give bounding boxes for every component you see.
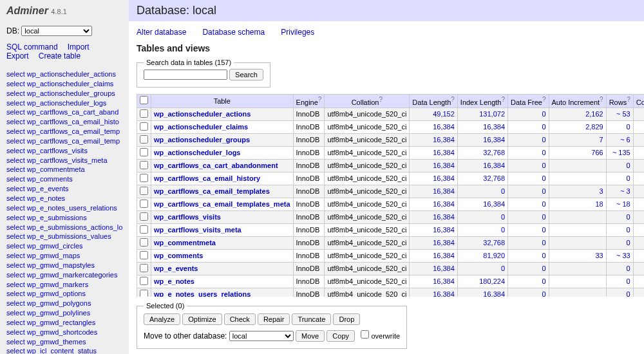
privileges-link[interactable]: Privileges: [281, 28, 314, 37]
move-db-select[interactable]: local: [229, 331, 294, 341]
col-comment[interactable]: Comment?: [633, 95, 644, 108]
col-table[interactable]: Table: [151, 95, 294, 108]
row-checkbox[interactable]: [140, 122, 148, 131]
overwrite-checkbox[interactable]: [361, 330, 369, 339]
drop-button[interactable]: Drop: [333, 313, 360, 325]
select-all-checkbox[interactable]: [140, 96, 148, 104]
sidebar-item[interactable]: select wp_e_notes: [6, 194, 122, 203]
row-checkbox[interactable]: [140, 277, 148, 285]
copy-button[interactable]: Copy: [327, 330, 355, 342]
col-rows[interactable]: Rows?: [606, 95, 633, 108]
sidebar-item[interactable]: select wp_gmwd_markers: [6, 280, 122, 290]
search-input[interactable]: [144, 70, 227, 80]
sidebar-item[interactable]: select wp_actionscheduler_logs: [6, 98, 122, 108]
page-title: Database: local: [129, 0, 644, 21]
col-index-length[interactable]: Index Length?: [457, 95, 507, 108]
sidebar-item[interactable]: select wp_gmwd_options: [6, 289, 122, 299]
sidebar-item[interactable]: select wp_icl_content_status: [6, 346, 122, 354]
sidebar-item[interactable]: select wp_e_notes_users_relations: [6, 203, 122, 213]
table-link[interactable]: wp_cartflows_visits_meta: [154, 226, 242, 234]
table-link[interactable]: wp_cartflows_ca_cart_abandonment: [154, 162, 278, 169]
repair-button[interactable]: Repair: [258, 313, 290, 325]
truncate-button[interactable]: Truncate: [292, 313, 331, 325]
sidebar-item[interactable]: select wp_gmwd_mapstyles: [6, 261, 122, 270]
row-checkbox[interactable]: [140, 174, 148, 182]
optimize-button[interactable]: Optimize: [182, 313, 222, 325]
create-table-link[interactable]: Create table: [39, 51, 80, 61]
row-checkbox[interactable]: [140, 264, 148, 272]
col-engine[interactable]: Engine?: [293, 95, 325, 108]
row-checkbox[interactable]: [140, 212, 148, 221]
table-row: wp_e_notes_users_relations InnoDB utf8mb…: [137, 288, 645, 297]
col-auto-increment[interactable]: Auto Increment?: [549, 95, 606, 108]
sidebar-item[interactable]: select wp_actionscheduler_actions: [6, 70, 122, 79]
db-select[interactable]: local: [21, 26, 92, 36]
table-link[interactable]: wp_e_notes: [154, 277, 194, 285]
row-checkbox[interactable]: [140, 161, 148, 169]
row-checkbox[interactable]: [140, 187, 148, 195]
table-link[interactable]: wp_actionscheduler_claims: [154, 123, 248, 131]
row-checkbox[interactable]: [140, 135, 148, 144]
sidebar-item[interactable]: select wp_gmwd_polygons: [6, 299, 122, 308]
sidebar-item[interactable]: select wp_gmwd_polylines: [6, 308, 122, 318]
export-link[interactable]: Export: [6, 51, 29, 61]
sidebar-item[interactable]: select wp_e_submissions: [6, 213, 122, 223]
sidebar-item[interactable]: select wp_gmwd_rectangles: [6, 318, 122, 328]
sidebar-item[interactable]: select wp_gmwd_themes: [6, 337, 122, 347]
row-checkbox[interactable]: [140, 109, 148, 118]
row-checkbox[interactable]: [140, 251, 148, 259]
sql-command-link[interactable]: SQL command: [6, 42, 58, 51]
col-data-length[interactable]: Data Length?: [410, 95, 458, 108]
schema-link[interactable]: Database schema: [202, 28, 265, 37]
table-link[interactable]: wp_commentmeta: [154, 239, 216, 247]
table-row: wp_cartflows_visits InnoDB utf8mb4_unico…: [137, 210, 645, 223]
sidebar-item[interactable]: select wp_cartflows_ca_email_histo: [6, 117, 122, 127]
table-row: wp_actionscheduler_groups InnoDB utf8mb4…: [137, 133, 645, 146]
analyze-button[interactable]: Analyze: [144, 313, 180, 325]
sidebar-item[interactable]: select wp_cartflows_visits: [6, 146, 122, 156]
table-link[interactable]: wp_e_events: [154, 265, 198, 272]
row-checkbox[interactable]: [140, 238, 148, 247]
row-checkbox[interactable]: [140, 225, 148, 234]
table-row: wp_e_events InnoDB utf8mb4_unicode_520_c…: [137, 262, 645, 275]
table-link[interactable]: wp_cartflows_ca_email_templates_meta: [154, 200, 290, 208]
sidebar-item[interactable]: select wp_cartflows_visits_meta: [6, 156, 122, 165]
check-button[interactable]: Check: [224, 313, 256, 325]
selected-legend: Selected (0): [144, 302, 187, 310]
import-link[interactable]: Import: [68, 42, 90, 51]
table-link[interactable]: wp_cartflows_ca_email_templates: [154, 187, 270, 195]
sidebar-item[interactable]: select wp_e_events: [6, 184, 122, 194]
search-button[interactable]: Search: [229, 69, 263, 80]
sidebar-item[interactable]: select wp_actionscheduler_groups: [6, 89, 122, 98]
row-checkbox[interactable]: [140, 200, 148, 208]
table-link[interactable]: wp_actionscheduler_logs: [154, 149, 240, 156]
sidebar-item[interactable]: select wp_gmwd_maps: [6, 251, 122, 261]
sidebar-item[interactable]: select wp_actionscheduler_claims: [6, 79, 122, 89]
table-link[interactable]: wp_actionscheduler_actions: [154, 110, 251, 118]
overwrite-label[interactable]: overwrite: [361, 332, 400, 340]
sidebar-item[interactable]: select wp_cartflows_ca_email_temp: [6, 136, 122, 146]
alter-db-link[interactable]: Alter database: [137, 28, 186, 37]
sidebar-item[interactable]: select wp_commentmeta: [6, 165, 122, 174]
sidebar-item[interactable]: select wp_comments: [6, 174, 122, 184]
sidebar-item[interactable]: select wp_gmwd_circles: [6, 241, 122, 251]
sidebar-item[interactable]: select wp_e_submissions_actions_lo: [6, 223, 122, 232]
move-button[interactable]: Move: [296, 330, 325, 342]
sidebar-item[interactable]: select wp_e_submissions_values: [6, 232, 122, 241]
table-link[interactable]: wp_e_notes_users_relations: [154, 290, 251, 297]
sidebar-item[interactable]: select wp_gmwd_markercategories: [6, 270, 122, 280]
sidebar-item[interactable]: select wp_cartflows_ca_email_temp: [6, 127, 122, 136]
table-row: wp_actionscheduler_actions InnoDB utf8mb…: [137, 107, 645, 120]
col-data-free[interactable]: Data Free?: [508, 95, 549, 108]
table-link[interactable]: wp_comments: [154, 252, 203, 259]
table-link[interactable]: wp_cartflows_ca_email_history: [154, 174, 260, 182]
col-collation[interactable]: Collation?: [325, 95, 410, 108]
table-row: wp_cartflows_ca_email_history InnoDB utf…: [137, 172, 645, 185]
row-checkbox[interactable]: [140, 290, 148, 297]
table-link[interactable]: wp_cartflows_visits: [154, 213, 221, 221]
sidebar-item[interactable]: select wp_gmwd_shortcodes: [6, 328, 122, 337]
row-checkbox[interactable]: [140, 148, 148, 156]
table-link[interactable]: wp_actionscheduler_groups: [154, 136, 250, 144]
sidebar-item[interactable]: select wp_cartflows_ca_cart_aband: [6, 107, 122, 117]
tables-tbody: wp_actionscheduler_actions InnoDB utf8mb…: [137, 107, 645, 297]
